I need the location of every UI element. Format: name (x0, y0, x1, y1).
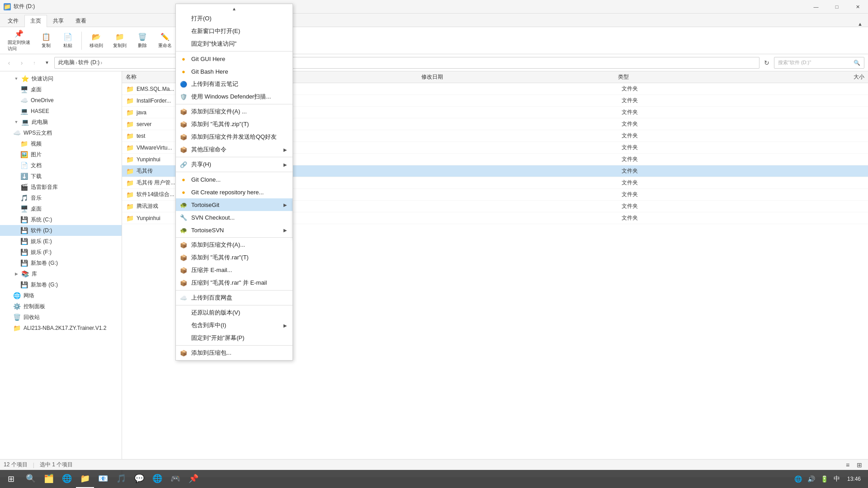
ctx-tortoisegit[interactable]: 🐢 TortoiseGit ▶ ⚙️ Settings ❓ Help ℹ️ Ab… (176, 198, 292, 211)
sidebar-item-documents[interactable]: 📄 文档 (0, 160, 122, 171)
recent-button[interactable]: ▼ (42, 57, 52, 68)
sidebar-item-pictures[interactable]: 🖼️ 图片 (0, 149, 122, 160)
delete-button[interactable]: 🗑️ 删除 (132, 30, 152, 51)
ctx-add-zip-t[interactable]: 📦 添加到 "毛其传.zip"(T) (176, 118, 292, 131)
taskbar-pin[interactable]: 📌 (184, 470, 203, 488)
search-box[interactable]: 搜索"软件 (D:)" 🔍 (774, 57, 864, 69)
sidebar-item-recycle[interactable]: 🗑️ 回收站 (0, 312, 122, 323)
tab-home[interactable]: 主页 (24, 15, 47, 27)
scroll-up-arrow[interactable]: ▲ (176, 5, 292, 12)
ctx-add-rar-t[interactable]: 📦 添加到 "毛其传.rar"(T) (176, 251, 292, 264)
ctx-add-archive[interactable]: 📦 添加到压缩包... (176, 347, 292, 359)
ctx-restore-version[interactable]: 还原以前的版本(V) (176, 306, 292, 319)
col-size[interactable]: 大小 (766, 73, 864, 81)
address-path[interactable]: 此电脑 › 软件 (D:) › (54, 57, 760, 69)
ribbon-collapse-icon[interactable]: ▲ (858, 21, 863, 27)
taskbar-game[interactable]: 🎮 (166, 470, 184, 488)
ctx-tortoisesvn[interactable]: 🐢 TortoiseSVN ▶ (176, 224, 292, 236)
ctx-git-bash[interactable]: ● Git Bash Here (176, 65, 292, 78)
sidebar-item-g2[interactable]: 💾 新加卷 (G:) (0, 279, 122, 290)
sidebar-item-e[interactable]: 💾 娱乐 (E:) (0, 236, 122, 247)
ctx-git-gui[interactable]: ● Git GUI Here (176, 52, 292, 65)
sidebar-item-ali[interactable]: 📁 ALI213-NBA.2K17.ZY.Trainer.V1.2 (0, 323, 122, 333)
ctx-svn-checkout[interactable]: 🔧 SVN Checkout... (176, 211, 292, 224)
tab-share[interactable]: 共享 (47, 15, 70, 27)
move-to-button[interactable]: 📂 移动到 (85, 30, 107, 51)
details-view-button[interactable]: ≡ (843, 460, 853, 470)
taskbar-taskview[interactable]: 🗂️ (40, 470, 58, 488)
ctx-open[interactable]: 打开(O) (176, 12, 292, 25)
taskbar-time[interactable]: 13:46 (844, 476, 864, 482)
taskbar-explorer[interactable]: 📁 (76, 470, 94, 488)
col-date[interactable]: 修改日期 (421, 73, 618, 81)
up-button[interactable]: ↑ (29, 57, 40, 68)
sidebar-item-music[interactable]: 🎵 音乐 (0, 192, 122, 203)
tray-volume-icon[interactable]: 🔊 (806, 475, 817, 483)
back-button[interactable]: ‹ (4, 57, 14, 68)
ctx-share[interactable]: 🔗 共享(H) ▶ (176, 158, 292, 171)
tray-input-icon[interactable]: 中 (832, 475, 842, 483)
sidebar-item-desktop[interactable]: 🖥️ 桌面 (0, 84, 122, 95)
ctx-git-clone[interactable]: ● Git Clone... (176, 173, 292, 186)
ctx-pin-start[interactable]: 固定到"开始"屏幕(P) (176, 332, 292, 344)
sidebar-item-desktop2[interactable]: 🖥️ 桌面 (0, 203, 122, 214)
search-icon[interactable]: 🔍 (854, 60, 860, 66)
taskbar-browser2[interactable]: 🌐 (148, 470, 166, 488)
tray-network-icon[interactable]: 🌐 (793, 475, 804, 483)
refresh-button[interactable]: ↻ (761, 57, 772, 68)
rename-button[interactable]: ✏️ 重命名 (154, 30, 176, 51)
col-type[interactable]: 类型 (618, 73, 766, 81)
forward-button[interactable]: › (16, 57, 27, 68)
sidebar-item-f[interactable]: 💾 娱乐 (F:) (0, 247, 122, 258)
sidebar-item-video[interactable]: 📁 视频 (0, 138, 122, 149)
ctx-youdao[interactable]: 🔵 上传到有道云笔记 (176, 78, 292, 90)
ctx-pin-quickaccess[interactable]: 固定到"快速访问" (176, 38, 292, 50)
ctx-add-7z[interactable]: 📦 添加到 "毛其传.7z" (176, 359, 292, 361)
tray-battery-icon[interactable]: 🔋 (819, 475, 830, 483)
paste-button[interactable]: 📄 粘贴 (58, 30, 78, 51)
ctx-add-compress-a[interactable]: 📦 添加到压缩文件(A)... (176, 239, 292, 251)
sidebar-item-wps[interactable]: ☁️ WPS云文档 (0, 127, 122, 138)
ctx-baidu[interactable]: ☁️ 上传到百度网盘 (176, 291, 292, 304)
pin-quickaccess-button[interactable]: 📌 固定到快速访问 (4, 27, 34, 54)
taskbar-search[interactable]: 🔍 (22, 470, 40, 488)
ctx-add-zip-qq[interactable]: 📦 添加到压缩文件并发送给QQ好友 (176, 131, 292, 143)
ctx-compress-rar-email[interactable]: 📦 压缩到 "毛其传.rar" 并 E-mail (176, 277, 292, 289)
sidebar-item-d[interactable]: 💾 软件 (D:) (0, 225, 122, 236)
sidebar-item-c[interactable]: 💾 系统 (C:) (0, 214, 122, 225)
maximize-button[interactable]: □ (826, 0, 847, 14)
ctx-open-new-window[interactable]: 在新窗口中打开(E) (176, 25, 292, 38)
sidebar-item-xunlei[interactable]: 🎬 迅雷影音库 (0, 182, 122, 192)
taskbar-browser[interactable]: 🌐 (58, 470, 76, 488)
sidebar-label: 系统 (C:) (31, 216, 118, 224)
taskbar-wechat[interactable]: 💬 (130, 470, 148, 488)
sidebar-item-g[interactable]: 💾 新加卷 (G:) (0, 258, 122, 268)
sidebar-item-downloads[interactable]: ⬇️ 下载 (0, 171, 122, 182)
taskbar-music[interactable]: 🎵 (112, 470, 130, 488)
tortoisesvn-icon: 🐢 (179, 226, 188, 234)
path-segment-computer[interactable]: 此电脑 (58, 59, 75, 66)
tab-view[interactable]: 查看 (70, 15, 92, 27)
start-button[interactable]: ⊞ (0, 470, 22, 488)
sidebar-item-hasee[interactable]: 💻 HASEE (0, 106, 122, 117)
copy-to-button[interactable]: 📁 复制到 (109, 30, 131, 51)
large-icons-button[interactable]: ⊞ (854, 460, 864, 470)
sidebar-item-quickaccess[interactable]: ▼ ⭐ 快速访问 (0, 73, 122, 84)
ctx-compress-email[interactable]: 📦 压缩并 E-mail... (176, 264, 292, 277)
sidebar-item-onedrive[interactable]: ☁️ OneDrive (0, 95, 122, 106)
ctx-defender[interactable]: 🛡️ 使用 Windows Defender扫描... (176, 90, 292, 103)
ctx-include-library[interactable]: 包含到库中(I) ▶ (176, 319, 292, 332)
ctx-git-create[interactable]: ● Git Create repository here... (176, 186, 292, 198)
sidebar-item-controlpanel[interactable]: ⚙️ 控制面板 (0, 301, 122, 312)
taskbar-mail[interactable]: 📧 (94, 470, 112, 488)
path-segment-drive[interactable]: 软件 (D:) (78, 59, 99, 66)
ctx-other-compress[interactable]: 📦 其他压缩命令 ▶ (176, 143, 292, 156)
copy-button[interactable]: 📋 复制 (36, 30, 56, 51)
tab-file[interactable]: 文件 (2, 15, 24, 27)
sidebar-item-thispc[interactable]: ▼ 💻 此电脑 (0, 117, 122, 127)
close-button[interactable]: ✕ (847, 0, 868, 14)
minimize-button[interactable]: — (806, 0, 826, 14)
ctx-add-zip-a[interactable]: 📦 添加到压缩文件(A) ... (176, 105, 292, 118)
sidebar-item-network[interactable]: 🌐 网络 (0, 290, 122, 301)
sidebar-item-library[interactable]: ▶ 📚 库 (0, 268, 122, 279)
